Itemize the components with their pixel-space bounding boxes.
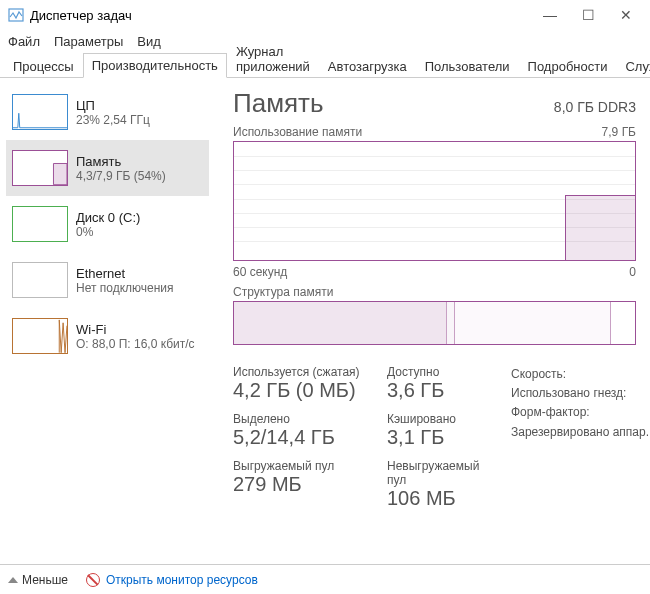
usage-chart-label: Использование памяти	[233, 125, 362, 139]
maximize-button[interactable]: ☐	[578, 5, 598, 25]
sidebar-ethernet-sub: Нет подключения	[76, 281, 174, 295]
sidebar-disk-label: Диск 0 (C:)	[76, 210, 140, 225]
stats-grid: Используется (сжатая) 4,2 ГБ (0 МБ) Выде…	[233, 365, 636, 520]
tab-processes[interactable]: Процессы	[4, 54, 83, 78]
svg-marker-1	[53, 164, 66, 185]
open-resource-monitor-label: Открыть монитор ресурсов	[106, 573, 258, 587]
stat-cached-label: Кэшировано	[387, 412, 497, 426]
stat-cached-value: 3,1 ГБ	[387, 426, 497, 449]
stat-in-use-label: Используется (сжатая)	[233, 365, 373, 379]
menu-file[interactable]: Файл	[8, 34, 40, 49]
spec-form: Форм-фактор:	[511, 403, 650, 422]
stat-nonpaged-value: 106 МБ	[387, 487, 497, 510]
sidebar-cpu-sub: 23% 2,54 ГГц	[76, 113, 150, 127]
minimize-button[interactable]: —	[540, 5, 560, 25]
sidebar-item-wifi[interactable]: Wi-Fi О: 88,0 П: 16,0 кбит/с	[6, 308, 209, 364]
stat-in-use-value: 4,2 ГБ (0 МБ)	[233, 379, 373, 402]
sidebar-wifi-sub: О: 88,0 П: 16,0 кбит/с	[76, 337, 195, 351]
window-controls: — ☐ ✕	[540, 5, 642, 25]
usage-chart-max: 7,9 ГБ	[602, 125, 636, 139]
menu-view[interactable]: Вид	[137, 34, 161, 49]
disk-thumb-icon	[12, 206, 68, 242]
composition-modified	[447, 302, 455, 344]
stat-paged-value: 279 МБ	[233, 473, 373, 496]
sidebar-item-ethernet[interactable]: Ethernet Нет подключения	[6, 252, 209, 308]
menubar: Файл Параметры Вид	[0, 30, 650, 52]
sidebar-memory-sub: 4,3/7,9 ГБ (54%)	[76, 169, 166, 183]
composition-standby	[455, 302, 611, 344]
tab-details[interactable]: Подробности	[519, 54, 617, 78]
app-icon	[8, 7, 24, 23]
sidebar-wifi-label: Wi-Fi	[76, 322, 195, 337]
memory-thumb-icon	[12, 150, 68, 186]
stat-paged-label: Выгружаемый пул	[233, 459, 373, 473]
main-area: ЦП 23% 2,54 ГГц Память 4,3/7,9 ГБ (54%) …	[0, 78, 650, 564]
usage-chart	[233, 141, 636, 261]
open-resource-monitor-link[interactable]: Открыть монитор ресурсов	[86, 573, 258, 587]
tab-app-history[interactable]: Журнал приложений	[227, 39, 319, 78]
stat-available-value: 3,6 ГБ	[387, 379, 497, 402]
chevron-up-icon	[8, 577, 18, 583]
ethernet-thumb-icon	[12, 262, 68, 298]
sidebar-ethernet-label: Ethernet	[76, 266, 174, 281]
content-panel: Память 8,0 ГБ DDR3 Использование памяти …	[215, 78, 650, 564]
tab-services[interactable]: Службы	[616, 54, 650, 78]
composition-chart	[233, 301, 636, 345]
wifi-thumb-icon	[12, 318, 68, 354]
menu-options[interactable]: Параметры	[54, 34, 123, 49]
composition-label: Структура памяти	[233, 285, 636, 299]
sidebar-item-memory[interactable]: Память 4,3/7,9 ГБ (54%)	[6, 140, 209, 196]
spec-reserved: Зарезервировано аппар...	[511, 423, 650, 442]
fewer-details-button[interactable]: Меньше	[10, 573, 68, 587]
spec-speed: Скорость:	[511, 365, 650, 384]
stat-committed-label: Выделено	[233, 412, 373, 426]
sidebar-item-cpu[interactable]: ЦП 23% 2,54 ГГц	[6, 84, 209, 140]
titlebar: Диспетчер задач — ☐ ✕	[0, 0, 650, 30]
stat-available-label: Доступно	[387, 365, 497, 379]
tab-startup[interactable]: Автозагрузка	[319, 54, 416, 78]
stat-nonpaged-label: Невыгружаемый пул	[387, 459, 497, 487]
sidebar: ЦП 23% 2,54 ГГц Память 4,3/7,9 ГБ (54%) …	[0, 78, 215, 564]
usage-chart-xright: 0	[629, 265, 636, 279]
sidebar-item-disk[interactable]: Диск 0 (C:) 0%	[6, 196, 209, 252]
memory-installed: 8,0 ГБ DDR3	[554, 99, 636, 115]
spec-slots: Использовано гнезд:	[511, 384, 650, 403]
usage-chart-fill	[565, 195, 635, 260]
cpu-thumb-icon	[12, 94, 68, 130]
composition-free	[611, 302, 635, 344]
tab-users[interactable]: Пользователи	[416, 54, 519, 78]
composition-in-use	[234, 302, 447, 344]
sidebar-disk-sub: 0%	[76, 225, 140, 239]
resource-monitor-icon	[86, 573, 100, 587]
tab-bar: Процессы Производительность Журнал прило…	[0, 52, 650, 78]
tab-performance[interactable]: Производительность	[83, 53, 227, 78]
usage-chart-xleft: 60 секунд	[233, 265, 287, 279]
fewer-details-label: Меньше	[22, 573, 68, 587]
sidebar-memory-label: Память	[76, 154, 166, 169]
statusbar: Меньше Открыть монитор ресурсов	[0, 564, 650, 594]
page-title: Память	[233, 88, 324, 119]
window-title: Диспетчер задач	[30, 8, 132, 23]
close-button[interactable]: ✕	[616, 5, 636, 25]
sidebar-cpu-label: ЦП	[76, 98, 150, 113]
stat-committed-value: 5,2/14,4 ГБ	[233, 426, 373, 449]
